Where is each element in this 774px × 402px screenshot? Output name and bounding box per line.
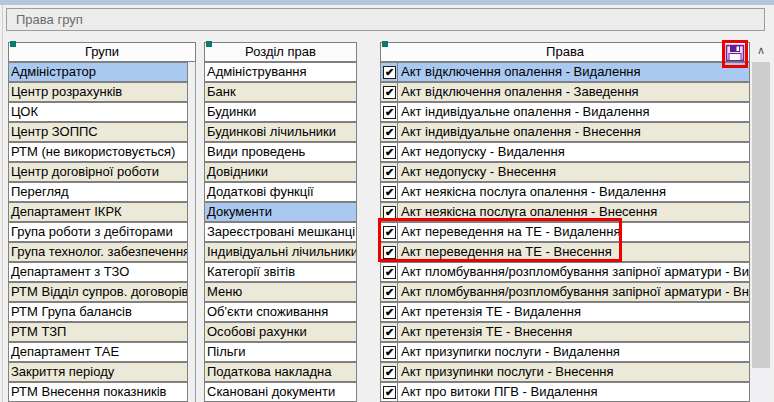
right-row[interactable]: ✔ Акт призупигки послуги - Видалення: [380, 342, 750, 362]
section-list-item[interactable]: Довідники: [204, 162, 357, 182]
right-row[interactable]: ✔ Акт індивідуальне опалення - Видалення: [380, 102, 750, 122]
sections-list[interactable]: Адміністрування Банк Будинки Будинкові л…: [204, 62, 357, 402]
panel-corner-icon: [206, 41, 212, 47]
section-list-item-label: Види проведень: [207, 144, 305, 159]
group-list-item[interactable]: Центр договірної роботи: [8, 162, 188, 182]
group-list-item[interactable]: Центр ЗОППС: [8, 122, 188, 142]
section-list-item[interactable]: Адміністрування: [204, 62, 357, 82]
group-list-item-label: Група роботи з дебіторами: [11, 224, 173, 239]
section-list-item[interactable]: Податкова накладна: [204, 362, 357, 382]
right-row-label: Акт недопуску - Внесення: [397, 163, 749, 181]
right-row[interactable]: ✔ Акт відключення опалення - Заведення: [380, 82, 750, 102]
group-list-item[interactable]: Департамент ТАЕ: [8, 342, 188, 362]
right-row-label: Акт індивідуальне опалення - Видалення: [397, 103, 749, 121]
right-row[interactable]: ✔ Акт пломбування/розпломбування запірно…: [380, 262, 750, 282]
section-list-item[interactable]: Меню: [204, 282, 357, 302]
right-row-label: Акт призупинки послуги - Внесення: [397, 363, 749, 381]
checkbox[interactable]: ✔: [383, 286, 396, 299]
section-list-item[interactable]: Особові рахунки: [204, 322, 357, 342]
checkbox[interactable]: ✔: [383, 86, 396, 99]
section-list-item[interactable]: Додаткові функції: [204, 182, 357, 202]
checkbox[interactable]: ✔: [383, 186, 396, 199]
group-list-item[interactable]: РТМ Внесення показників: [8, 382, 188, 402]
sections-header: Розділ прав: [204, 42, 357, 62]
section-list-item[interactable]: Зареєстровані мешканці: [204, 222, 357, 242]
section-list-item-label: Будинкові лічильники: [207, 124, 336, 139]
checkbox[interactable]: ✔: [383, 106, 396, 119]
scrollbar-thumb[interactable]: [752, 62, 770, 368]
group-list-item[interactable]: Центр розрахунків: [8, 82, 188, 102]
right-row[interactable]: ✔ Акт неякісна послуга опалення - Видале…: [380, 182, 750, 202]
section-list-item[interactable]: Індивідуальні лічильники: [204, 242, 357, 262]
group-list-item[interactable]: РТМ ТЗП: [8, 322, 188, 342]
right-row-label: Акт відключення опалення - Видалення: [397, 63, 749, 81]
checkbox[interactable]: ✔: [383, 346, 396, 359]
group-list-item-label: Департамент ТАЕ: [11, 344, 119, 359]
section-list-item[interactable]: Види проведень: [204, 142, 357, 162]
group-list-item-label: РТМ ТЗП: [11, 324, 66, 339]
section-list-item[interactable]: Категорії звітів: [204, 262, 357, 282]
group-list-item[interactable]: Адміністратор: [8, 62, 188, 82]
group-list-item-label: Група технолог. забезпечення: [11, 244, 188, 259]
group-list-item-label: Департамент з ТЗО: [11, 264, 129, 279]
right-row[interactable]: ✔ Акт претензія ТЕ - Видалення: [380, 302, 750, 322]
group-list-item[interactable]: Перегляд: [8, 182, 188, 202]
checkbox[interactable]: ✔: [383, 306, 396, 319]
scroll-up-icon[interactable]: ∧: [752, 42, 770, 60]
right-row[interactable]: ✔ Акт недопуску - Видалення: [380, 142, 750, 162]
group-list-item-label: Перегляд: [11, 184, 69, 199]
groups-header: Групи: [8, 42, 196, 62]
section-list-item-label: Документи: [207, 204, 272, 219]
checkbox[interactable]: ✔: [383, 146, 396, 159]
group-list-item[interactable]: РТМ (не використовується): [8, 142, 188, 162]
section-list-item[interactable]: Банк: [204, 82, 357, 102]
section-list-item[interactable]: Будинки: [204, 102, 357, 122]
highlight-rectangle-rows: [378, 218, 622, 262]
app-window: Права груп Групи Адміністратор Центр роз…: [0, 0, 774, 402]
section-list-item-label: Пільги: [207, 344, 246, 359]
group-list-item[interactable]: РТМ Відділ супров. договорів: [8, 282, 188, 302]
right-row[interactable]: ✔ Акт пломбування/розпломбування запірно…: [380, 282, 750, 302]
checkbox[interactable]: ✔: [383, 206, 396, 219]
group-list-item[interactable]: РТМ Група балансів: [8, 302, 188, 322]
sections-panel: Розділ прав Адміністрування Банк Будинки…: [204, 42, 357, 402]
section-list-item-label: Податкова накладна: [207, 364, 332, 379]
checkbox[interactable]: ✔: [383, 366, 396, 379]
right-row-label: Акт призупигки послуги - Видалення: [397, 343, 749, 361]
checkbox[interactable]: ✔: [383, 326, 396, 339]
right-row[interactable]: ✔ Акт призупинки послуги - Внесення: [380, 362, 750, 382]
group-list-item[interactable]: Група роботи з дебіторами: [8, 222, 188, 242]
group-list-item[interactable]: ЦОК: [8, 102, 188, 122]
group-list-item[interactable]: Департамент з ТЗО: [8, 262, 188, 282]
group-list-item-label: РТМ Внесення показників: [11, 384, 167, 399]
group-list-item[interactable]: Закриття періоду: [8, 362, 188, 382]
checkbox[interactable]: ✔: [383, 166, 396, 179]
right-row-label: Акт неякісна послуга опалення - Видаленн…: [397, 183, 749, 201]
group-list-item-label: Центр розрахунків: [11, 84, 122, 99]
group-list-item[interactable]: Департамент ІКРК: [8, 202, 188, 222]
right-row[interactable]: ✔ Акт претензія ТЕ - Внесення: [380, 322, 750, 342]
section-list-item[interactable]: Документи: [204, 202, 357, 222]
rights-scrollbar[interactable]: ∧: [752, 42, 770, 402]
right-row[interactable]: ✔ Акт про витоки ПГВ - Видалення: [380, 382, 750, 402]
right-row[interactable]: ✔ Акт недопуску - Внесення: [380, 162, 750, 182]
group-list-item[interactable]: Група технолог. забезпечення: [8, 242, 188, 262]
checkbox[interactable]: ✔: [383, 126, 396, 139]
section-list-item-label: Довідники: [207, 164, 268, 179]
checkbox[interactable]: ✔: [383, 266, 396, 279]
right-row[interactable]: ✔ Акт відключення опалення - Видалення: [380, 62, 750, 82]
groups-list[interactable]: Адміністратор Центр розрахунків ЦОК Цент…: [8, 62, 188, 402]
right-row[interactable]: ✔ Акт індивідуальне опалення - Внесення: [380, 122, 750, 142]
section-list-item[interactable]: Будинкові лічильники: [204, 122, 357, 142]
section-list-item[interactable]: Об'єкти споживання: [204, 302, 357, 322]
checkbox[interactable]: ✔: [383, 386, 396, 399]
section-list-item[interactable]: Скановані документи: [204, 382, 357, 402]
right-row-label: Акт недопуску - Видалення: [397, 143, 749, 161]
right-row-label: Акт пломбування/розпломбування запірної …: [397, 283, 749, 301]
right-row-label: Акт пломбування/розпломбування запірної …: [397, 263, 749, 281]
section-list-item[interactable]: Пільги: [204, 342, 357, 362]
section-list-item-label: Скановані документи: [207, 384, 335, 399]
right-row-label: Акт відключення опалення - Заведення: [397, 83, 749, 101]
section-list-item-label: Об'єкти споживання: [207, 304, 328, 319]
checkbox[interactable]: ✔: [383, 66, 396, 79]
